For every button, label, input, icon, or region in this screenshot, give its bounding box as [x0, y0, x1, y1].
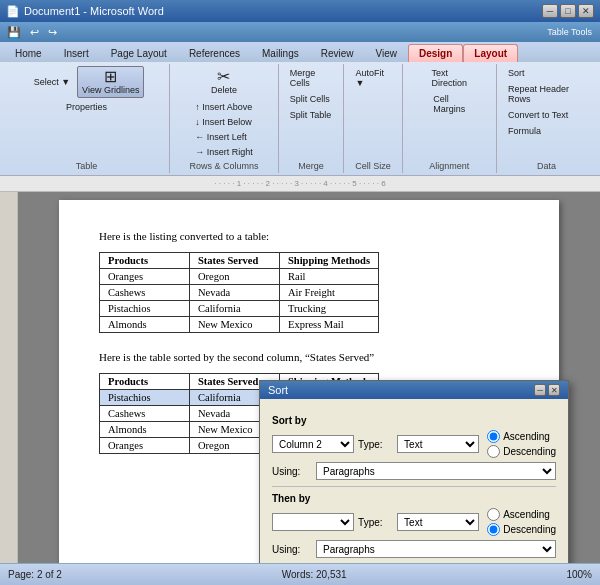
table2-header-products: Products [100, 374, 190, 390]
app-container: 📄 Document1 - Microsoft Word ─ □ ✕ 💾 ↩ ↪… [0, 0, 600, 585]
type-label-1: Type: [358, 439, 393, 450]
tab-review[interactable]: Review [310, 44, 365, 62]
cell-air-freight: Air Freight [280, 285, 379, 301]
word-count: Words: 20,531 [282, 569, 347, 580]
descending-radio-2[interactable]: Descending [487, 523, 556, 536]
cell2-oranges: Oranges [100, 438, 190, 454]
sort-type-select-1[interactable]: Text [397, 435, 479, 453]
table-buttons: Select ▼ ⊞ View Gridlines Properties [10, 66, 163, 114]
ribbon-group-rows-cols: ✂ Delete ↑ Insert Above ↓ Insert Below ←… [170, 64, 279, 173]
split-table-button[interactable]: Split Table [285, 108, 336, 122]
properties-button[interactable]: Properties [61, 100, 112, 114]
table-header-shipping: Shipping Methods [280, 253, 379, 269]
separator-1 [272, 486, 556, 487]
insert-below-button[interactable]: ↓ Insert Below [190, 115, 258, 129]
convert-to-text-button[interactable]: Convert to Text [503, 108, 573, 122]
split-cells-button[interactable]: Split Cells [285, 92, 335, 106]
using-select-1[interactable]: Paragraphs [316, 462, 556, 480]
sort-type-select-2[interactable]: Text [397, 513, 479, 531]
tab-home[interactable]: Home [4, 44, 53, 62]
merge-cells-button[interactable]: Merge Cells [285, 66, 338, 90]
table-header-products: Products [100, 253, 190, 269]
insert-right-button[interactable]: → Insert Right [190, 145, 258, 159]
tab-mailings[interactable]: Mailings [251, 44, 310, 62]
sort-by-row: Column 2 Type: Text Ascending [272, 430, 556, 458]
tab-design[interactable]: Design [408, 44, 463, 62]
sort-direction-1: Ascending Descending [487, 430, 556, 458]
then-by-row-1: Type: Text Ascending Descending [272, 508, 556, 536]
sort-dialog-title: Sort ─ ✕ [260, 381, 568, 399]
ribbon: Home Insert Page Layout References Maili… [0, 42, 600, 176]
cell-nevada: Nevada [190, 285, 280, 301]
page-info: Page: 2 of 2 [8, 569, 62, 580]
using-row-2: Using: Paragraphs [272, 540, 556, 558]
merge-buttons: Merge Cells Split Cells Split Table [285, 66, 338, 122]
cell-california: California [190, 301, 280, 317]
type-label-2: Type: [358, 517, 393, 528]
repeat-header-rows-button[interactable]: Repeat Header Rows [503, 82, 590, 106]
tab-page-layout[interactable]: Page Layout [100, 44, 178, 62]
table-row: Cashews Nevada Air Freight [100, 285, 379, 301]
save-qa-button[interactable]: 💾 [4, 25, 24, 40]
table-1: Products States Served Shipping Methods … [99, 252, 379, 333]
cell2-almonds: Almonds [100, 422, 190, 438]
tab-view[interactable]: View [365, 44, 409, 62]
sort-dialog-body: Sort by Column 2 Type: Text As [260, 399, 568, 563]
insert-above-button[interactable]: ↑ Insert Above [190, 100, 258, 114]
doc-area: Here is the listing converted to a table… [0, 192, 600, 563]
title-bar-left: 📄 Document1 - Microsoft Word [6, 5, 164, 18]
redo-qa-button[interactable]: ↪ [45, 25, 60, 40]
cell2-cashews: Cashews [100, 406, 190, 422]
minimize-button[interactable]: ─ [542, 4, 558, 18]
context-tab-label: Table Tools [547, 27, 596, 37]
ribbon-group-merge: Merge Cells Split Cells Split Table Merg… [279, 64, 345, 173]
ribbon-group-data: Sort Repeat Header Rows Convert to Text … [497, 64, 596, 173]
close-button[interactable]: ✕ [578, 4, 594, 18]
cell-trucking: Trucking [280, 301, 379, 317]
ribbon-group-alignment: TextDirection CellMargins Alignment [403, 64, 497, 173]
autofit-button[interactable]: AutoFit ▼ [350, 66, 395, 90]
text-direction-button[interactable]: TextDirection [427, 66, 473, 90]
descending-radio-1[interactable]: Descending [487, 445, 556, 458]
rows-cols-buttons: ✂ Delete ↑ Insert Above ↓ Insert Below ←… [176, 66, 272, 159]
dialog-minimize-button[interactable]: ─ [534, 384, 546, 396]
select-button[interactable]: Select ▼ [29, 75, 75, 89]
intro-text-1: Here is the listing converted to a table… [99, 230, 519, 242]
cell-almonds: Almonds [100, 317, 190, 333]
table-row: Pistachios California Trucking [100, 301, 379, 317]
undo-qa-button[interactable]: ↩ [27, 25, 42, 40]
tab-layout[interactable]: Layout [463, 44, 518, 62]
document-scroll-area[interactable]: Here is the listing converted to a table… [18, 192, 600, 563]
insert-left-button[interactable]: ← Insert Left [190, 130, 258, 144]
sort-by-select[interactable]: Column 2 [272, 435, 354, 453]
window-title: Document1 - Microsoft Word [24, 5, 164, 17]
tab-insert[interactable]: Insert [53, 44, 100, 62]
ribbon-group-cell-size: AutoFit ▼ Cell Size [344, 64, 402, 173]
sort-direction-2: Ascending Descending [487, 508, 556, 536]
maximize-button[interactable]: □ [560, 4, 576, 18]
sort-dialog: Sort ─ ✕ Sort by Column 2 [259, 380, 569, 563]
view-gridlines-button[interactable]: ⊞ View Gridlines [77, 66, 144, 98]
tab-references[interactable]: References [178, 44, 251, 62]
cell-margins-button[interactable]: CellMargins [428, 92, 470, 116]
cell-express-mail: Express Mail [280, 317, 379, 333]
using-select-2[interactable]: Paragraphs [316, 540, 556, 558]
formula-button[interactable]: Formula [503, 124, 546, 138]
dialog-close-button[interactable]: ✕ [548, 384, 560, 396]
app-icon: 📄 [6, 5, 20, 18]
then-by-label-1: Then by [272, 493, 556, 504]
ascending-radio-2[interactable]: Ascending [487, 508, 556, 521]
then-by-select-1[interactable] [272, 513, 354, 531]
delete-button[interactable]: ✂ Delete [206, 66, 242, 98]
table-row: Products States Served Shipping Methods [100, 253, 379, 269]
sort-button[interactable]: Sort [503, 66, 530, 80]
title-bar: 📄 Document1 - Microsoft Word ─ □ ✕ [0, 0, 600, 22]
document-page: Here is the listing converted to a table… [59, 200, 559, 563]
quick-access-toolbar: 💾 ↩ ↪ Table Tools [0, 22, 600, 42]
cell-oregon: Oregon [190, 269, 280, 285]
ribbon-group-table: Select ▼ ⊞ View Gridlines Properties Tab… [4, 64, 170, 173]
delete-icon: ✂ [217, 69, 230, 85]
ascending-radio-1[interactable]: Ascending [487, 430, 556, 443]
horizontal-ruler: · · · · · 1 · · · · · 2 · · · · · 3 · · … [0, 176, 600, 192]
sort-by-label: Sort by [272, 415, 556, 426]
